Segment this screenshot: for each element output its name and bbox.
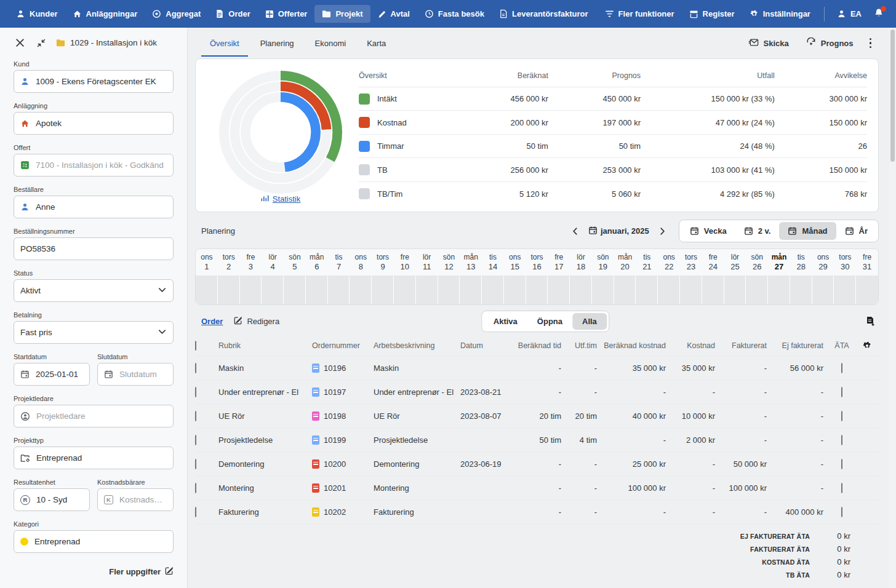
row-checkbox[interactable] — [195, 435, 196, 445]
calendar-day-28[interactable]: tis 28 — [790, 249, 812, 276]
calendar-day-29[interactable]: ons 29 — [812, 249, 834, 276]
slutdatum-input[interactable]: Slutdatum — [97, 363, 174, 386]
calendar-day-16[interactable]: tors 16 — [526, 249, 548, 276]
nav-item-kunder[interactable]: Kunder — [9, 5, 65, 23]
nav-item-register[interactable]: Register — [682, 5, 742, 23]
calendar-day-5[interactable]: sön 5 — [284, 249, 306, 276]
order-row-10202[interactable]: Fakturering 10202 Fakturering - - - - - … — [195, 500, 879, 524]
kostnadsb-rare-input[interactable]: KKostnadsbärare — [97, 488, 174, 511]
next-month-icon[interactable] — [652, 223, 673, 239]
projektledare-input[interactable]: Projektledare — [14, 405, 174, 427]
betalning-select[interactable]: Fast pris — [14, 321, 174, 344]
timeline-cell-15[interactable] — [504, 276, 526, 304]
calendar-day-11[interactable]: lör 11 — [416, 249, 438, 276]
timeline-cell-1[interactable] — [196, 276, 218, 304]
timeline-cell-11[interactable] — [416, 276, 438, 304]
order-filter-ppna[interactable]: Öppna — [527, 313, 572, 330]
calendar-day-30[interactable]: tors 30 — [834, 249, 856, 276]
row-checkbox[interactable] — [195, 459, 196, 469]
tab-ekonomi[interactable]: Ekonomi — [306, 30, 355, 57]
close-icon[interactable] — [14, 36, 26, 49]
more-details-link[interactable]: Fler uppgifter — [14, 566, 174, 577]
nav-item-leverant-rsfakturor[interactable]: Leverantörsfakturor — [492, 5, 596, 23]
calendar-day-23[interactable]: tors 23 — [680, 249, 702, 276]
collapse-icon[interactable] — [35, 37, 47, 49]
row-checkbox[interactable] — [195, 363, 196, 373]
calendar-day-20[interactable]: mån 20 — [614, 249, 636, 276]
timeline-cell-8[interactable] — [350, 276, 372, 304]
calendar-day-8[interactable]: ons 8 — [350, 249, 372, 276]
timeline-cell-4[interactable] — [262, 276, 284, 304]
calendar-day-12[interactable]: sön 12 — [438, 249, 460, 276]
nav-item-aggregat[interactable]: Aggregat — [145, 5, 208, 23]
view-option-r[interactable]: År — [836, 222, 876, 240]
order-row-10200[interactable]: Demontering 10200 Demontering 2023-06-19… — [195, 452, 879, 476]
timeline-cell-7[interactable] — [328, 276, 350, 304]
timeline-cell-6[interactable] — [306, 276, 328, 304]
timeline-cell-18[interactable] — [570, 276, 592, 304]
nav-item-fasta-bes-k[interactable]: Fasta besök — [417, 5, 492, 23]
calendar-day-2[interactable]: tors 2 — [218, 249, 240, 276]
calendar-day-21[interactable]: tis 21 — [636, 249, 658, 276]
nav-item-offerter[interactable]: Offerter — [258, 5, 315, 23]
order-row-10196[interactable]: Maskin 10196 Maskin - - 35 000 kr 35 000… — [195, 356, 879, 380]
row-checkbox[interactable] — [195, 507, 196, 517]
best-llningsnummer-input[interactable]: PO58536 — [14, 237, 174, 260]
calendar-day-19[interactable]: sön 19 — [592, 249, 614, 276]
ata-checkbox[interactable] — [841, 483, 842, 493]
kategori-input[interactable]: Entreprenad — [14, 530, 174, 553]
ata-checkbox[interactable] — [841, 435, 842, 445]
view-option-vecka[interactable]: Vecka — [681, 222, 735, 240]
vertical-scrollbar[interactable] — [889, 28, 895, 588]
calendar-day-17[interactable]: fre 17 — [548, 249, 570, 276]
status-select[interactable]: Aktivt — [14, 279, 174, 302]
order-row-10197[interactable]: Under entreprenør - El 10197 Under entre… — [195, 380, 879, 404]
select-all-checkbox[interactable] — [195, 341, 196, 351]
calendar-day-9[interactable]: tors 9 — [372, 249, 394, 276]
calendar-day-27[interactable]: mån 27 — [768, 249, 790, 276]
tab-versikt[interactable]: Översikt — [201, 30, 248, 57]
notifications-button[interactable] — [868, 4, 890, 25]
projekttyp-input[interactable]: Entreprenad — [14, 447, 174, 469]
calendar-day-15[interactable]: ons 15 — [504, 249, 526, 276]
timeline-cell-24[interactable] — [702, 276, 724, 304]
nav-item-anl-ggningar[interactable]: Anläggningar — [65, 5, 145, 23]
tab-planering[interactable]: Planering — [252, 30, 303, 57]
order-row-10198[interactable]: UE Rör 10198 UE Rör 2023-08-07 20 tim 20… — [195, 404, 879, 428]
row-checkbox[interactable] — [195, 411, 196, 421]
previous-month-icon[interactable] — [565, 223, 586, 239]
calendar-day-4[interactable]: lör 4 — [262, 249, 284, 276]
calendar-day-22[interactable]: ons 22 — [658, 249, 680, 276]
nav-item-avtal[interactable]: Avtal — [370, 5, 417, 23]
statistics-link[interactable]: Statistik — [260, 194, 301, 204]
timeline-cell-2[interactable] — [218, 276, 240, 304]
timeline-cell-30[interactable] — [834, 276, 856, 304]
timeline-cell-22[interactable] — [658, 276, 680, 304]
order-link[interactable]: Order — [201, 317, 223, 326]
add-order-icon[interactable] — [862, 314, 879, 329]
table-settings-icon[interactable] — [855, 341, 879, 351]
ata-checkbox[interactable] — [841, 459, 842, 469]
row-checkbox[interactable] — [195, 387, 196, 397]
tab-karta[interactable]: Karta — [358, 30, 394, 57]
row-checkbox[interactable] — [195, 483, 196, 493]
send-button[interactable]: Skicka — [741, 33, 796, 54]
timeline-cell-19[interactable] — [592, 276, 614, 304]
ata-checkbox[interactable] — [841, 363, 842, 373]
calendar-day-10[interactable]: fre 10 — [394, 249, 416, 276]
edit-order-button[interactable]: Redigera — [234, 316, 279, 327]
order-filter-alla[interactable]: Alla — [572, 313, 607, 330]
timeline-cell-31[interactable] — [856, 276, 878, 304]
best-llare-input[interactable]: Anne — [14, 196, 174, 218]
timeline-cell-26[interactable] — [746, 276, 768, 304]
order-row-10199[interactable]: Prosjektledelse 10199 Prosjektledelse 50… — [195, 428, 879, 452]
ata-checkbox[interactable] — [841, 411, 842, 421]
timeline-cell-23[interactable] — [680, 276, 702, 304]
timeline-cell-21[interactable] — [636, 276, 658, 304]
calendar-day-6[interactable]: mån 6 — [306, 249, 328, 276]
calendar-day-26[interactable]: sön 26 — [746, 249, 768, 276]
nav-item-projekt[interactable]: Projekt — [314, 5, 370, 23]
timeline-cell-27[interactable] — [768, 276, 790, 304]
calendar-day-24[interactable]: fre 24 — [702, 249, 724, 276]
timeline-cell-5[interactable] — [284, 276, 306, 304]
